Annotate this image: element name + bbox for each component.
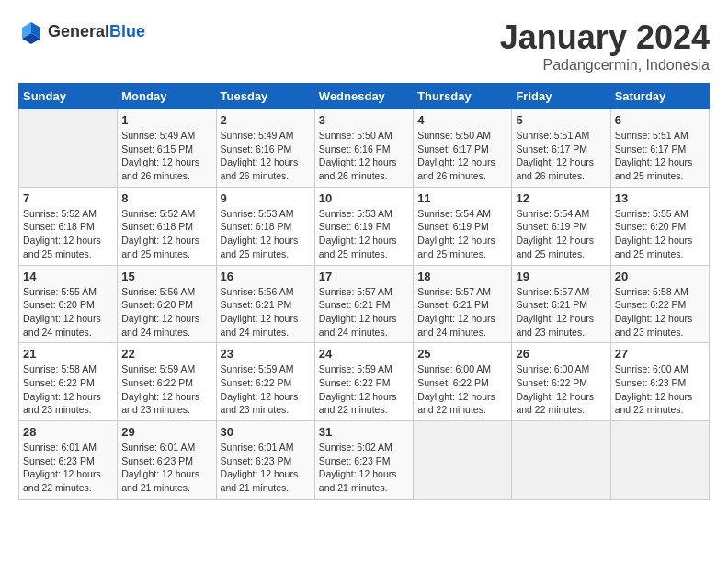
day-of-week-header: Thursday	[414, 84, 512, 109]
calendar-cell: 31Sunrise: 6:02 AM Sunset: 6:23 PM Dayli…	[314, 421, 413, 500]
calendar-week-row: 14Sunrise: 5:55 AM Sunset: 6:20 PM Dayli…	[19, 265, 710, 343]
day-number: 18	[417, 270, 507, 283]
calendar-cell: 24Sunrise: 5:59 AM Sunset: 6:22 PM Dayli…	[314, 343, 413, 421]
day-number: 28	[23, 425, 113, 439]
calendar-cell: 25Sunrise: 6:00 AM Sunset: 6:22 PM Dayli…	[414, 343, 512, 421]
logo: GeneralBlue	[18, 18, 145, 44]
calendar-cell	[414, 421, 512, 500]
day-info: Sunrise: 6:01 AM Sunset: 6:23 PM Dayligh…	[121, 441, 211, 495]
day-number: 19	[516, 270, 606, 283]
calendar-week-row: 7Sunrise: 5:52 AM Sunset: 6:18 PM Daylig…	[19, 187, 710, 265]
day-number: 13	[615, 191, 705, 205]
day-number: 4	[417, 113, 507, 127]
day-number: 31	[319, 425, 409, 439]
calendar-cell: 13Sunrise: 5:55 AM Sunset: 6:20 PM Dayli…	[610, 187, 709, 265]
calendar-cell: 18Sunrise: 5:57 AM Sunset: 6:21 PM Dayli…	[414, 265, 512, 343]
day-number: 26	[516, 347, 606, 361]
day-info: Sunrise: 5:49 AM Sunset: 6:15 PM Dayligh…	[121, 129, 211, 183]
subtitle: Padangcermin, Indonesia	[500, 57, 710, 74]
day-number: 15	[121, 270, 211, 283]
day-of-week-header: Sunday	[19, 84, 118, 109]
calendar-cell: 14Sunrise: 5:55 AM Sunset: 6:20 PM Dayli…	[19, 265, 118, 343]
day-number: 16	[221, 270, 311, 283]
title-area: January 2024 Padangcermin, Indonesia	[500, 18, 710, 74]
calendar-cell: 29Sunrise: 6:01 AM Sunset: 6:23 PM Dayli…	[118, 421, 216, 500]
day-number: 12	[516, 191, 606, 205]
day-info: Sunrise: 5:51 AM Sunset: 6:17 PM Dayligh…	[615, 129, 705, 183]
logo-text: GeneralBlue	[48, 22, 145, 41]
day-info: Sunrise: 5:57 AM Sunset: 6:21 PM Dayligh…	[516, 285, 606, 339]
calendar-cell: 2Sunrise: 5:49 AM Sunset: 6:16 PM Daylig…	[216, 109, 314, 188]
day-info: Sunrise: 5:53 AM Sunset: 6:18 PM Dayligh…	[221, 207, 311, 261]
day-number: 27	[615, 347, 705, 361]
day-info: Sunrise: 5:51 AM Sunset: 6:17 PM Dayligh…	[516, 129, 606, 183]
day-number: 3	[319, 113, 409, 127]
calendar-week-row: 28Sunrise: 6:01 AM Sunset: 6:23 PM Dayli…	[19, 421, 710, 500]
day-number: 10	[319, 191, 409, 205]
day-info: Sunrise: 5:58 AM Sunset: 6:22 PM Dayligh…	[23, 362, 113, 417]
day-number: 22	[121, 347, 211, 361]
logo-general: General	[48, 22, 109, 40]
calendar-cell: 23Sunrise: 5:59 AM Sunset: 6:22 PM Dayli…	[216, 343, 314, 421]
day-info: Sunrise: 5:56 AM Sunset: 6:20 PM Dayligh…	[121, 285, 211, 339]
day-info: Sunrise: 5:55 AM Sunset: 6:20 PM Dayligh…	[615, 207, 705, 261]
day-info: Sunrise: 5:57 AM Sunset: 6:21 PM Dayligh…	[319, 285, 409, 339]
calendar-cell	[512, 421, 610, 500]
day-info: Sunrise: 5:50 AM Sunset: 6:16 PM Dayligh…	[319, 129, 409, 183]
day-number: 5	[516, 113, 606, 127]
day-info: Sunrise: 5:53 AM Sunset: 6:19 PM Dayligh…	[319, 207, 409, 261]
calendar-cell: 22Sunrise: 5:59 AM Sunset: 6:22 PM Dayli…	[118, 343, 216, 421]
main-title: January 2024	[500, 18, 710, 57]
day-info: Sunrise: 6:00 AM Sunset: 6:23 PM Dayligh…	[615, 362, 705, 417]
calendar-cell: 15Sunrise: 5:56 AM Sunset: 6:20 PM Dayli…	[118, 265, 216, 343]
day-info: Sunrise: 5:57 AM Sunset: 6:21 PM Dayligh…	[417, 285, 507, 339]
logo-icon	[18, 18, 44, 44]
calendar-cell: 11Sunrise: 5:54 AM Sunset: 6:19 PM Dayli…	[414, 187, 512, 265]
calendar-cell: 8Sunrise: 5:52 AM Sunset: 6:18 PM Daylig…	[118, 187, 216, 265]
calendar-cell: 30Sunrise: 6:01 AM Sunset: 6:23 PM Dayli…	[216, 421, 314, 500]
day-number: 21	[23, 347, 113, 361]
day-number: 29	[121, 425, 211, 439]
day-info: Sunrise: 5:58 AM Sunset: 6:22 PM Dayligh…	[615, 285, 705, 339]
calendar-table: SundayMondayTuesdayWednesdayThursdayFrid…	[18, 83, 710, 500]
day-number: 30	[221, 425, 311, 439]
calendar-week-row: 21Sunrise: 5:58 AM Sunset: 6:22 PM Dayli…	[19, 343, 710, 421]
day-info: Sunrise: 6:01 AM Sunset: 6:23 PM Dayligh…	[23, 441, 113, 495]
calendar-cell: 4Sunrise: 5:50 AM Sunset: 6:17 PM Daylig…	[414, 109, 512, 188]
day-info: Sunrise: 5:49 AM Sunset: 6:16 PM Dayligh…	[221, 129, 311, 183]
day-info: Sunrise: 5:59 AM Sunset: 6:22 PM Dayligh…	[221, 362, 311, 417]
day-number: 24	[319, 347, 409, 361]
day-number: 25	[417, 347, 507, 361]
day-info: Sunrise: 5:54 AM Sunset: 6:19 PM Dayligh…	[516, 207, 606, 261]
day-info: Sunrise: 5:52 AM Sunset: 6:18 PM Dayligh…	[121, 207, 211, 261]
day-number: 20	[615, 270, 705, 283]
page-header: GeneralBlue January 2024 Padangcermin, I…	[18, 18, 710, 74]
day-of-week-header: Friday	[512, 84, 610, 109]
calendar-cell: 9Sunrise: 5:53 AM Sunset: 6:18 PM Daylig…	[216, 187, 314, 265]
calendar-cell: 7Sunrise: 5:52 AM Sunset: 6:18 PM Daylig…	[19, 187, 118, 265]
calendar-cell: 6Sunrise: 5:51 AM Sunset: 6:17 PM Daylig…	[610, 109, 709, 188]
day-of-week-header: Wednesday	[314, 84, 413, 109]
day-number: 8	[121, 191, 211, 205]
calendar-week-row: 1Sunrise: 5:49 AM Sunset: 6:15 PM Daylig…	[19, 109, 710, 188]
day-info: Sunrise: 5:50 AM Sunset: 6:17 PM Dayligh…	[417, 129, 507, 183]
day-number: 7	[23, 191, 113, 205]
calendar-cell: 20Sunrise: 5:58 AM Sunset: 6:22 PM Dayli…	[610, 265, 709, 343]
day-number: 17	[319, 270, 409, 283]
calendar-cell: 5Sunrise: 5:51 AM Sunset: 6:17 PM Daylig…	[512, 109, 610, 188]
calendar-cell: 1Sunrise: 5:49 AM Sunset: 6:15 PM Daylig…	[118, 109, 216, 188]
day-of-week-header: Monday	[118, 84, 216, 109]
day-info: Sunrise: 5:55 AM Sunset: 6:20 PM Dayligh…	[23, 285, 113, 339]
calendar-cell: 3Sunrise: 5:50 AM Sunset: 6:16 PM Daylig…	[314, 109, 413, 188]
day-info: Sunrise: 5:54 AM Sunset: 6:19 PM Dayligh…	[417, 207, 507, 261]
day-number: 1	[121, 113, 211, 127]
calendar-header-row: SundayMondayTuesdayWednesdayThursdayFrid…	[19, 84, 710, 109]
day-of-week-header: Tuesday	[216, 84, 314, 109]
calendar-cell: 17Sunrise: 5:57 AM Sunset: 6:21 PM Dayli…	[314, 265, 413, 343]
day-number: 14	[23, 270, 113, 283]
day-info: Sunrise: 6:00 AM Sunset: 6:22 PM Dayligh…	[516, 362, 606, 417]
calendar-cell: 16Sunrise: 5:56 AM Sunset: 6:21 PM Dayli…	[216, 265, 314, 343]
day-info: Sunrise: 5:59 AM Sunset: 6:22 PM Dayligh…	[319, 362, 409, 417]
day-number: 23	[221, 347, 311, 361]
calendar-cell: 26Sunrise: 6:00 AM Sunset: 6:22 PM Dayli…	[512, 343, 610, 421]
